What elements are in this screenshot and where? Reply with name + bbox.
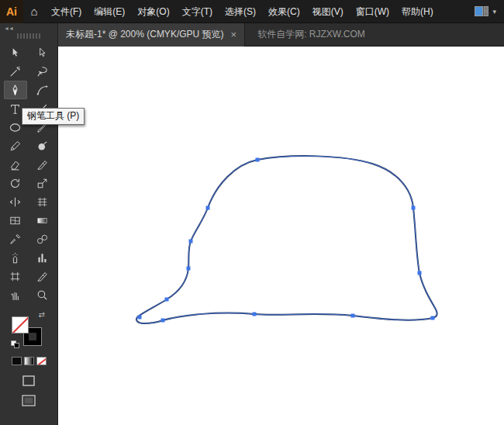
screen-mode-button[interactable]: [22, 395, 36, 406]
rotate-tool[interactable]: [4, 174, 27, 192]
anchor-point[interactable]: [189, 240, 193, 244]
gradient-tool[interactable]: [31, 211, 54, 230]
gradient-button[interactable]: [24, 357, 34, 365]
menu-list: 文件(F)编辑(E)对象(O)文字(T)选择(S)效果(C)视图(V)窗口(W)…: [45, 0, 440, 23]
menu-effect[interactable]: 效果(C): [262, 0, 306, 23]
artboard-canvas[interactable]: [58, 47, 504, 425]
hand-tool[interactable]: [4, 285, 27, 304]
arrow-outline-icon: [36, 47, 49, 60]
anchor-point[interactable]: [206, 206, 210, 210]
knife-tool[interactable]: [31, 155, 54, 174]
gradient-icon: [36, 214, 49, 227]
chevron-down-icon: ▾: [492, 8, 496, 16]
color-wells: ⇄: [11, 311, 47, 348]
workspace-icon: [475, 6, 488, 16]
menu-bar: Ai ⌂ 文件(F)编辑(E)对象(O)文字(T)选择(S)效果(C)视图(V)…: [0, 0, 504, 23]
blob-icon: [36, 140, 49, 153]
menu-window[interactable]: 窗口(W): [350, 0, 395, 23]
magic-wand-tool[interactable]: [4, 62, 27, 81]
document-tab[interactable]: 未标题-1* @ 200% (CMYK/GPU 预览) ×: [58, 23, 245, 47]
eraser-icon: [9, 158, 22, 171]
lasso-tool[interactable]: [31, 62, 54, 81]
slice-tool[interactable]: [31, 267, 54, 285]
anchor-point[interactable]: [165, 298, 169, 302]
anchor-point[interactable]: [351, 314, 355, 318]
lasso-icon: [36, 65, 49, 78]
selection-tool[interactable]: [4, 43, 27, 62]
menu-file[interactable]: 文件(F): [45, 0, 88, 23]
eraser-tool[interactable]: [4, 155, 27, 174]
default-colors-icon[interactable]: [11, 340, 21, 349]
blend-tool[interactable]: [31, 230, 54, 248]
anchor-point[interactable]: [161, 319, 165, 323]
anchor-point[interactable]: [138, 316, 142, 320]
pencil-icon: [9, 140, 22, 153]
color-button[interactable]: [12, 357, 22, 365]
menu-type[interactable]: 文字(T): [176, 0, 219, 23]
menu-view[interactable]: 视图(V): [306, 0, 350, 23]
curve-icon: [36, 84, 49, 97]
artboard-icon: [9, 270, 22, 283]
ellipse-icon: [9, 121, 22, 134]
hat-path[interactable]: [136, 156, 437, 323]
curvature-tool[interactable]: [31, 81, 54, 99]
graph-icon: [36, 251, 49, 264]
close-icon[interactable]: ×: [231, 29, 237, 40]
document-tab-title: 未标题-1* @ 200% (CMYK/GPU 预览): [66, 28, 224, 41]
eyedropper-icon: [9, 233, 22, 246]
workspace-switcher[interactable]: ▾: [475, 6, 504, 16]
anchors-group: [138, 158, 435, 323]
column-graph-tool[interactable]: [31, 248, 54, 267]
draw-normal-button[interactable]: [22, 375, 35, 386]
wand-icon: [9, 65, 22, 78]
spray-icon: [9, 251, 22, 264]
artboard-tool[interactable]: [4, 267, 27, 285]
anchor-point[interactable]: [418, 271, 422, 275]
pencil-tool[interactable]: [4, 136, 27, 155]
type-icon: [9, 102, 22, 116]
swap-fill-stroke-icon[interactable]: ⇄: [39, 311, 45, 319]
free-transform-tool[interactable]: [31, 192, 54, 211]
pen-tool[interactable]: [4, 81, 27, 99]
mesh-tool[interactable]: [4, 211, 27, 230]
pen-icon: [9, 84, 22, 97]
anchor-point[interactable]: [253, 313, 257, 316]
tools-grid: [4, 43, 54, 304]
anchor-point[interactable]: [431, 316, 435, 320]
paint-mode-buttons: [12, 357, 47, 365]
scale-icon: [36, 177, 49, 190]
scale-tool[interactable]: [31, 174, 54, 192]
anchor-point[interactable]: [256, 158, 260, 162]
panel-grip-handle[interactable]: [17, 33, 40, 39]
blend-icon: [36, 233, 49, 246]
direct-selection-tool[interactable]: [31, 43, 54, 62]
eyedropper-tool[interactable]: [4, 230, 27, 248]
width-tool[interactable]: [4, 192, 27, 211]
illustrator-window: Ai ⌂ 文件(F)编辑(E)对象(O)文字(T)选择(S)效果(C)视图(V)…: [0, 0, 504, 425]
menu-select[interactable]: 选择(S): [219, 0, 262, 23]
rotate-icon: [9, 177, 22, 190]
none-button[interactable]: [36, 357, 47, 365]
grid-icon: [36, 195, 49, 209]
document-tab-bar: 未标题-1* @ 200% (CMYK/GPU 预览) × 软件自学网: RJZ…: [58, 23, 504, 47]
tools-panel-header: ◄◄: [0, 23, 57, 43]
menu-edit[interactable]: 编辑(E): [88, 0, 131, 23]
tool-tooltip: 钢笔工具 (P): [22, 108, 85, 125]
anchor-point[interactable]: [187, 267, 191, 271]
home-icon[interactable]: ⌂: [23, 0, 45, 23]
app-logo[interactable]: Ai: [0, 0, 23, 23]
arrow-filled-icon: [9, 47, 22, 60]
width-icon: [9, 195, 22, 209]
document-artwork: [58, 47, 504, 425]
anchor-point[interactable]: [412, 206, 416, 210]
zoom-icon: [36, 289, 49, 302]
fill-color-swatch[interactable]: [12, 316, 29, 333]
symbol-sprayer-tool[interactable]: [4, 248, 27, 267]
collapse-panel-icon[interactable]: ◄◄: [4, 26, 13, 31]
menu-help[interactable]: 帮助(H): [395, 0, 440, 23]
hat-path-selection: [136, 156, 437, 323]
menu-object[interactable]: 对象(O): [131, 0, 175, 23]
zoom-tool[interactable]: [31, 285, 54, 304]
blob-brush-tool[interactable]: [31, 136, 54, 155]
hand-icon: [9, 289, 22, 302]
